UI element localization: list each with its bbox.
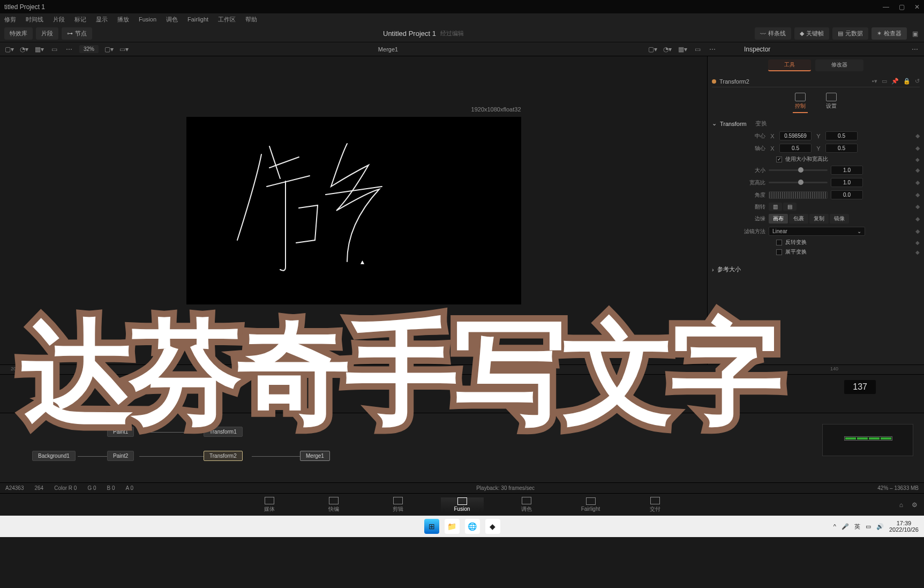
- version-icon[interactable]: ▪▾: [872, 78, 877, 85]
- effects-library-button[interactable]: 特效库: [4, 27, 33, 40]
- view2-icon[interactable]: ▭▾: [119, 44, 129, 54]
- page-tab-cut[interactable]: 快编: [312, 497, 355, 513]
- single-view-icon[interactable]: ▭: [49, 44, 59, 54]
- size-input[interactable]: [831, 166, 863, 175]
- tray-date[interactable]: 2022/10/26: [889, 526, 919, 533]
- aspect-slider[interactable]: [769, 182, 828, 183]
- explorer-icon[interactable]: 📁: [445, 519, 460, 534]
- menu-item[interactable]: Fusion: [139, 16, 156, 23]
- keyframe-diamond[interactable]: ◆: [915, 179, 920, 186]
- node-background1[interactable]: Background1: [32, 451, 76, 461]
- layout-icon[interactable]: ▣: [910, 29, 920, 39]
- viewer-canvas[interactable]: 1920x1080xfloat32 ▴: [186, 117, 521, 304]
- lock-icon[interactable]: 🔒: [903, 78, 911, 85]
- subtab-controls[interactable]: 控制: [793, 91, 808, 113]
- settings-icon[interactable]: ⚙: [912, 501, 918, 509]
- page-tab-deliver[interactable]: 交付: [634, 497, 677, 513]
- keyframe-diamond[interactable]: ◆: [915, 157, 920, 162]
- shading-icon[interactable]: ◔▾: [19, 44, 29, 54]
- script-icon[interactable]: ▭: [882, 78, 887, 85]
- node-graph[interactable]: Background1 Paint1 Paint2 Transform1 Tra…: [0, 413, 924, 482]
- edge-canvas-button[interactable]: 画布: [769, 214, 788, 224]
- keyframe-diamond[interactable]: ◆: [915, 228, 920, 235]
- inspector-tab-modifiers[interactable]: 修改器: [815, 59, 863, 71]
- angle-input[interactable]: [831, 190, 863, 199]
- keyframes-button[interactable]: ◆ 关键帧: [794, 27, 829, 40]
- nodes-button[interactable]: ⊶ 节点: [62, 27, 92, 40]
- center-x-input[interactable]: [779, 131, 812, 140]
- edge-icon[interactable]: 🌐: [465, 519, 480, 534]
- node-merge1[interactable]: Merge1: [300, 451, 330, 461]
- tray-sound-icon[interactable]: 🔊: [876, 523, 884, 530]
- section-refsize[interactable]: › 参考大小: [712, 263, 920, 276]
- zoom-readout[interactable]: 32%: [79, 45, 99, 53]
- edge-mirror-button[interactable]: 镜像: [830, 214, 849, 224]
- viewer[interactable]: 1920x1080xfloat32 ▴: [0, 56, 707, 364]
- page-tab-media[interactable]: 媒体: [248, 497, 291, 513]
- single-view-icon-r[interactable]: ▭: [693, 44, 702, 54]
- timeline[interactable]: 20 140 137: [0, 364, 924, 413]
- minimap[interactable]: [822, 424, 913, 456]
- start-icon[interactable]: ⊞: [424, 519, 439, 534]
- menu-item[interactable]: Fairlight: [187, 16, 208, 23]
- inspector-button[interactable]: ✶ 检查器: [872, 27, 907, 40]
- inspector-tab-tools[interactable]: 工具: [768, 59, 811, 71]
- menu-item[interactable]: 显示: [96, 16, 108, 24]
- time-ruler[interactable]: 20 140: [0, 365, 924, 375]
- invert-checkbox[interactable]: [776, 240, 782, 245]
- keyframe-diamond[interactable]: ◆: [915, 203, 920, 210]
- flip-v-button[interactable]: ▤: [783, 203, 797, 211]
- section-transform[interactable]: ⌄ Transform 变换: [712, 117, 920, 130]
- tray-mic-icon[interactable]: 🎤: [842, 523, 849, 530]
- view-layout-icon[interactable]: ▢▾: [4, 44, 14, 54]
- menu-item[interactable]: 时间线: [26, 16, 43, 24]
- aspect-input[interactable]: [831, 178, 863, 187]
- more-icon-r[interactable]: ⋯: [708, 44, 717, 54]
- use-size-checkbox[interactable]: [776, 157, 782, 162]
- center-y-input[interactable]: [825, 131, 858, 140]
- keyframe-diamond[interactable]: ◆: [915, 240, 920, 245]
- page-tab-color[interactable]: 调色: [505, 497, 548, 513]
- edge-dup-button[interactable]: 复制: [809, 214, 829, 224]
- tray-battery-icon[interactable]: ▭: [866, 523, 871, 530]
- pivot-y-input[interactable]: [825, 144, 858, 153]
- keyframe-diamond[interactable]: ◆: [915, 215, 920, 222]
- grid-icon-r[interactable]: ▦▾: [678, 44, 687, 54]
- view-layout-icon-r[interactable]: ▢▾: [648, 44, 657, 54]
- resolve-icon[interactable]: ◆: [485, 519, 500, 534]
- inspector-more-icon[interactable]: ⋯: [910, 44, 920, 54]
- node-transform1[interactable]: Transform1: [204, 427, 243, 437]
- menu-item[interactable]: 帮助: [245, 16, 257, 24]
- menu-item[interactable]: 标记: [74, 16, 86, 24]
- home-icon[interactable]: ⌂: [899, 501, 903, 509]
- menu-item[interactable]: 工作区: [218, 16, 236, 24]
- menu-item[interactable]: 播放: [117, 16, 129, 24]
- tray-lang[interactable]: 英: [854, 523, 860, 531]
- menu-item[interactable]: 修剪: [4, 16, 16, 24]
- metadata-button[interactable]: ▤ 元数据: [832, 27, 868, 40]
- node-transform2[interactable]: Transform2: [204, 451, 243, 461]
- keyframe-diamond[interactable]: ◆: [915, 249, 920, 255]
- angle-wheel[interactable]: [769, 191, 828, 199]
- frame-readout[interactable]: 137: [844, 380, 876, 394]
- subtab-settings[interactable]: 设置: [824, 91, 839, 113]
- flip-h-button[interactable]: ▥: [769, 203, 782, 211]
- size-slider[interactable]: [769, 169, 828, 171]
- keyframe-diamond[interactable]: ◆: [915, 132, 920, 139]
- keyframe-diamond[interactable]: ◆: [915, 191, 920, 198]
- menu-item[interactable]: 片段: [53, 16, 65, 24]
- page-tab-fairlight[interactable]: Fairlight: [569, 497, 612, 512]
- minimize-icon[interactable]: —: [883, 3, 889, 11]
- shading-icon-r[interactable]: ◔▾: [663, 44, 672, 54]
- flatten-checkbox[interactable]: [776, 249, 782, 255]
- keyframe-diamond[interactable]: ◆: [915, 145, 920, 152]
- reset-icon[interactable]: ↺: [915, 78, 920, 85]
- filter-select[interactable]: Linear⌄: [769, 227, 865, 236]
- menu-item[interactable]: 调色: [166, 16, 178, 24]
- node-paint1[interactable]: Paint1: [107, 427, 134, 437]
- fit-icon[interactable]: ▢▾: [104, 44, 114, 54]
- tray-time[interactable]: 17:39: [889, 520, 919, 526]
- page-tab-edit[interactable]: 剪辑: [377, 497, 419, 513]
- maximize-icon[interactable]: ▢: [899, 3, 905, 11]
- page-tab-fusion[interactable]: Fusion: [441, 497, 484, 512]
